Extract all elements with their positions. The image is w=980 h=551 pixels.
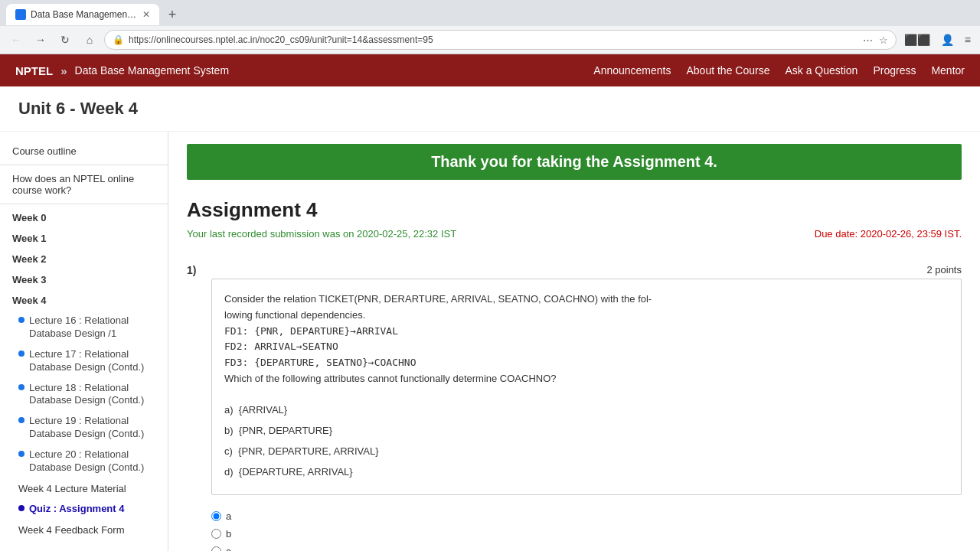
nptel-header: NPTEL » Data Base Management System Anno… — [0, 54, 980, 86]
q1-options: a) {ARRIVAL} b) {PNR, DEPARTURE} c) {PNR… — [224, 399, 949, 482]
back-button[interactable]: ← — [6, 30, 26, 50]
lecture-dot — [18, 451, 24, 457]
sidebar-week-4[interactable]: Week 4 — [0, 290, 168, 311]
sidebar-lecture-18[interactable]: Lecture 18 : Relational Database Design … — [0, 378, 168, 412]
sidebar-week-1[interactable]: Week 1 — [0, 228, 168, 249]
content-area: Course outline How does an NPTEL online … — [0, 132, 980, 551]
sidebar-week-3[interactable]: Week 3 — [0, 269, 168, 290]
url-text: https://onlinecourses.nptel.ac.in/noc20_… — [129, 34, 858, 45]
q1-radio-input-c[interactable] — [211, 546, 221, 551]
q1-option-c: c) {PNR, DEPARTURE, ARRIVAL} — [224, 441, 949, 461]
tab-close-button[interactable]: ✕ — [142, 9, 150, 20]
sidebar-lecture-19[interactable]: Lecture 19 : Relational Database Design … — [0, 411, 168, 445]
tab-favicon — [15, 9, 26, 20]
q1-option-d: d) {DEPARTURE, ARRIVAL} — [224, 461, 949, 482]
tab-title: Data Base Management Syste... — [31, 9, 138, 20]
sidebar: Course outline How does an NPTEL online … — [0, 132, 168, 551]
breadcrumb-arrow: » — [60, 64, 67, 77]
due-date: Due date: 2020-02-26, 23:59 IST. — [815, 228, 962, 240]
nptel-logo: NPTEL — [15, 64, 53, 77]
lecture-dot — [18, 417, 24, 423]
q1-option-a: a) {ARRIVAL} — [224, 399, 949, 420]
sidebar-lecture-20[interactable]: Lecture 20 : Relational Database Design … — [0, 445, 168, 478]
reload-button[interactable]: ↻ — [55, 30, 75, 50]
announcements-link[interactable]: Announcements — [593, 61, 671, 80]
sidebar-lecture-17[interactable]: Lecture 17 : Relational Database Design … — [0, 344, 168, 378]
breadcrumb-course: Data Base Management System — [75, 64, 230, 77]
address-bar[interactable]: 🔒 https://onlinecourses.nptel.ac.in/noc2… — [104, 30, 897, 50]
extension-icon: ⋯ — [863, 34, 873, 46]
q1-answer-section: a b c d — [211, 507, 962, 551]
forward-button[interactable]: → — [31, 30, 51, 50]
main-content: Thank you for taking the Assignment 4. A… — [168, 132, 980, 551]
q1-label-a: a — [226, 510, 231, 522]
lecture-dot — [18, 350, 24, 357]
main-container: Unit 6 - Week 4 Course outline How does … — [0, 86, 980, 551]
browser-toolbar: ← → ↻ ⌂ 🔒 https://onlinecourses.nptel.ac… — [0, 26, 980, 54]
sidebar-feedback[interactable]: Week 4 Feedback Form — [0, 520, 168, 540]
lecture-dot — [18, 384, 24, 390]
q1-label-b: b — [226, 528, 231, 540]
assignment-title: Assignment 4 — [187, 198, 962, 222]
quiz-dot — [18, 505, 24, 511]
home-button[interactable]: ⌂ — [80, 30, 100, 50]
about-link[interactable]: About the Course — [686, 61, 769, 80]
q1-label-c: c — [226, 546, 231, 551]
q1-text: Consider the relation TICKET(PNR, DERART… — [224, 292, 949, 387]
lock-icon: 🔒 — [113, 34, 124, 45]
sidebar-week4-material[interactable]: Week 4 Lecture Material — [0, 478, 168, 499]
progress-link[interactable]: Progress — [873, 61, 916, 80]
q1-points: 2 points — [926, 264, 962, 276]
q1-radio-input-a[interactable] — [211, 511, 221, 521]
q1-radio-b[interactable]: b — [211, 525, 962, 543]
submission-info: Your last recorded submission was on 202… — [187, 228, 456, 240]
mentor-link[interactable]: Mentor — [931, 61, 965, 80]
profile-button[interactable]: 👤 — [938, 32, 957, 47]
q1-radio-input-b[interactable] — [211, 529, 221, 539]
ask-question-link[interactable]: Ask a Question — [785, 61, 858, 80]
thank-you-banner: Thank you for taking the Assignment 4. — [187, 144, 962, 180]
sidebar-course-outline[interactable]: Course outline — [0, 141, 168, 161]
main-nav: Announcements About the Course Ask a Que… — [593, 61, 965, 80]
address-bar-icons: ⋯ ☆ — [863, 34, 888, 46]
sidebar-quiz[interactable]: Quiz : Assignment 4 — [0, 499, 168, 520]
browser-actions: ⬛⬛ 👤 ≡ — [901, 32, 974, 47]
tab-bar: Data Base Management Syste... ✕ + — [0, 0, 980, 26]
nptel-brand: NPTEL » Data Base Management System — [15, 64, 229, 77]
sidebar-nptel-online[interactable]: How does an NPTEL online course work? — [0, 168, 168, 201]
q1-block: Consider the relation TICKET(PNR, DERART… — [211, 279, 962, 495]
new-tab-button[interactable]: + — [162, 5, 182, 24]
q1-radio-a[interactable]: a — [211, 507, 962, 525]
browser-chrome: Data Base Management Syste... ✕ + ← → ↻ … — [0, 0, 980, 54]
q1-radio-c[interactable]: c — [211, 543, 962, 551]
q1-number: 1) — [187, 264, 196, 276]
sidebar-week-2[interactable]: Week 2 — [0, 249, 168, 269]
sidebar-week-0[interactable]: Week 0 — [0, 207, 168, 228]
extensions-button[interactable]: ⬛⬛ — [901, 32, 933, 47]
active-tab[interactable]: Data Base Management Syste... ✕ — [6, 4, 159, 25]
lecture-dot — [18, 317, 24, 323]
q1-option-b: b) {PNR, DEPARTURE} — [224, 420, 949, 441]
page-title: Unit 6 - Week 4 — [0, 86, 980, 132]
menu-button[interactable]: ≡ — [962, 32, 974, 47]
bookmark-icon: ☆ — [879, 34, 888, 46]
sidebar-lecture-16[interactable]: Lecture 16 : Relational Database Design … — [0, 311, 168, 344]
